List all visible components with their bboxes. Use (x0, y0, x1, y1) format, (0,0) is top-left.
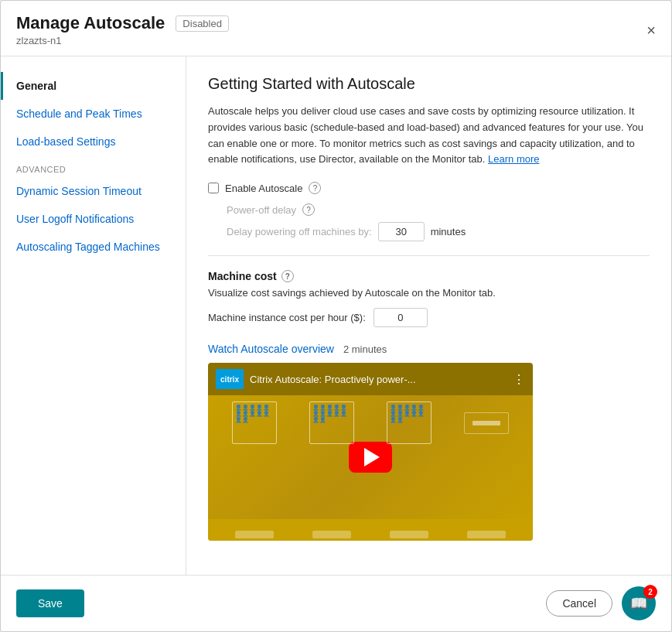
bottom-bar-4 (467, 531, 506, 538)
video-body: 👤👤👤👤👤👤👤👤👤👤👤👤 👤👤👤👤👤👤👤👤👤👤👤👤 👤👤👤👤👤👤👤👤👤👤👤👤 (208, 395, 533, 519)
sidebar-item-schedule[interactable]: Schedule and Peak Times (1, 100, 186, 128)
video-duration: 2 minutes (343, 343, 387, 355)
machine-cost-title: Machine cost ? (208, 270, 650, 282)
enable-autoscale-row: Enable Autoscale ? (208, 182, 650, 194)
video-header: Watch Autoscale overview 2 minutes (208, 343, 650, 355)
sidebar-item-tagged[interactable]: Autoscaling Tagged Machines (1, 233, 186, 261)
delay-input-row: Delay powering off machines by: minutes (227, 222, 650, 241)
bottom-bar-2 (312, 531, 351, 538)
sidebar-advanced-label: ADVANCED (1, 155, 186, 177)
server-box-3: 👤👤👤👤👤👤👤👤👤👤👤👤 (387, 401, 432, 444)
cost-row: Machine instance cost per hour ($): (208, 308, 650, 327)
cost-label: Machine instance cost per hour ($): (208, 312, 366, 323)
description-text: Autoscale helps you deliver cloud use ca… (208, 104, 650, 168)
status-badge: Disabled (176, 15, 229, 32)
delay-unit: minutes (431, 226, 466, 237)
sidebar-item-load[interactable]: Load-based Settings (1, 128, 186, 155)
video-bottom (208, 519, 533, 541)
play-button[interactable] (349, 442, 392, 473)
section-title: Getting Started with Autoscale (208, 75, 650, 93)
cost-input[interactable] (374, 308, 428, 327)
subtitle: zlzazts-n1 (16, 35, 229, 46)
power-off-delay-label: Power-off delay (227, 204, 296, 216)
modal-header: Manage Autoscale Disabled zlzazts-n1 × (1, 1, 671, 56)
close-button[interactable]: × (646, 22, 656, 38)
footer-right: Cancel 📖 2 (546, 586, 656, 620)
person-icon: 👤👤👤👤👤👤👤👤👤👤👤👤 (235, 405, 274, 423)
bar-1 (472, 421, 500, 425)
save-button[interactable]: Save (16, 589, 84, 617)
bottom-bar-1 (235, 531, 274, 538)
bottom-bar-3 (390, 531, 428, 538)
book-icon: 📖 (630, 595, 647, 612)
sidebar-item-logoff[interactable]: User Logoff Notifications (1, 205, 186, 233)
delay-label: Delay powering off machines by: (227, 226, 372, 237)
modal-title: Manage Autoscale (16, 13, 165, 33)
video-container[interactable]: citrix Citrix Autoscale: Proactively pow… (208, 363, 533, 541)
notification-badge: 2 (643, 585, 657, 599)
video-title: Citrix Autoscale: Proactively power-... (250, 374, 507, 385)
power-off-delay-row: Power-off delay ? (227, 203, 650, 216)
video-top-bar: citrix Citrix Autoscale: Proactively pow… (208, 363, 533, 395)
machine-cost-desc: Visualize cost savings achieved by Autos… (208, 287, 650, 299)
machine-cost-label: Machine cost (208, 270, 277, 282)
server-box-2: 👤👤👤👤👤👤👤👤👤👤👤👤 (309, 401, 354, 444)
enable-autoscale-help-icon[interactable]: ? (309, 182, 321, 194)
server-icons-row: 👤👤👤👤👤👤👤👤👤👤👤👤 👤👤👤👤👤👤👤👤👤👤👤👤 👤👤👤👤👤👤👤👤👤👤👤👤 (208, 401, 533, 444)
notification-button[interactable]: 📖 2 (622, 586, 656, 620)
sidebar: General Schedule and Peak Times Load-bas… (1, 56, 186, 575)
modal-body: General Schedule and Peak Times Load-bas… (1, 56, 671, 575)
manage-autoscale-modal: Manage Autoscale Disabled zlzazts-n1 × G… (0, 0, 672, 632)
power-off-help-icon[interactable]: ? (302, 203, 315, 216)
video-link[interactable]: Watch Autoscale overview (208, 343, 334, 355)
server-box-4 (464, 412, 509, 434)
sidebar-item-general[interactable]: General (1, 72, 186, 100)
description-body: Autoscale helps you deliver cloud use ca… (208, 105, 643, 165)
header-title-block: Manage Autoscale Disabled zlzazts-n1 (16, 13, 229, 46)
modal-footer: Save Cancel 📖 2 (1, 575, 671, 631)
cancel-button[interactable]: Cancel (546, 590, 612, 617)
video-menu-icon[interactable]: ⋮ (513, 372, 525, 387)
play-triangle-icon (364, 448, 380, 466)
server-box-1: 👤👤👤👤👤👤👤👤👤👤👤👤 (232, 401, 277, 444)
person-icon-2: 👤👤👤👤👤👤👤👤👤👤👤👤 (312, 405, 351, 423)
learn-more-link[interactable]: Learn more (488, 153, 539, 165)
divider (208, 255, 650, 256)
video-section: Watch Autoscale overview 2 minutes citri… (208, 343, 650, 541)
citrix-logo: citrix (216, 369, 244, 389)
enable-autoscale-label: Enable Autoscale (225, 183, 302, 194)
person-icon-3: 👤👤👤👤👤👤👤👤👤👤👤👤 (390, 405, 428, 423)
machine-cost-help-icon[interactable]: ? (281, 270, 294, 282)
sidebar-item-dynamic[interactable]: Dynamic Session Timeout (1, 177, 186, 205)
main-content: Getting Started with Autoscale Autoscale… (186, 56, 671, 575)
enable-autoscale-checkbox[interactable] (208, 183, 219, 193)
delay-input[interactable] (378, 222, 425, 241)
